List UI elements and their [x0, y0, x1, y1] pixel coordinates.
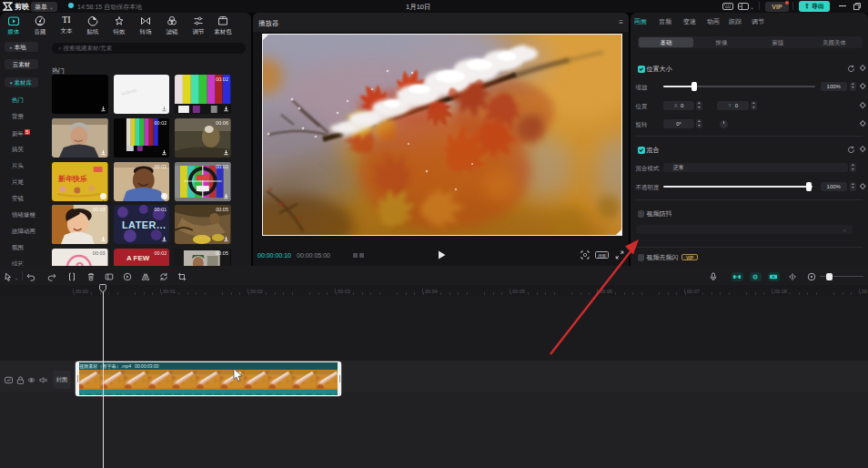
svg-text:LATER...: LATER... — [122, 219, 167, 230]
svg-text:新年快乐: 新年快乐 — [57, 174, 87, 182]
svg-text:A FEW: A FEW — [126, 254, 150, 262]
